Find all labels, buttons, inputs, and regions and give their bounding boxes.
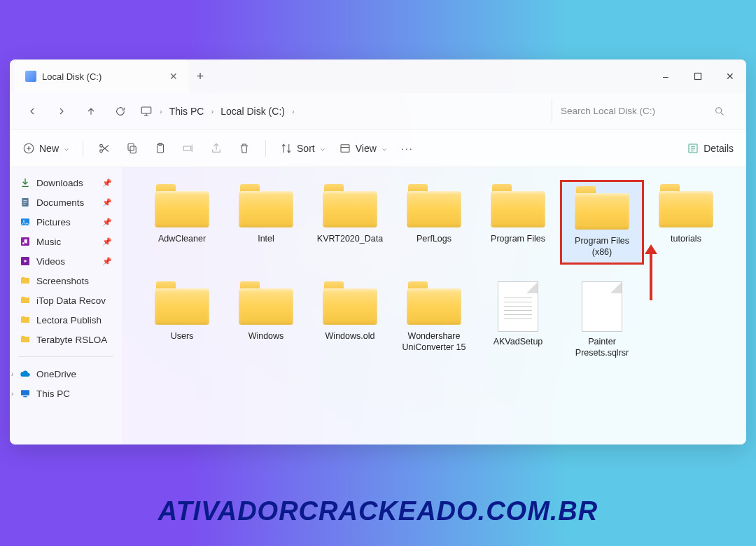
sidebar-item-terabyte-rsloa[interactable]: Terabyte RSLOA [13,330,119,349]
back-button[interactable] [22,102,42,121]
folder-wondershare-uniconverter-15[interactable]: Wondershare UniConverter 15 [392,277,476,363]
item-label: AKVadSetup [493,336,543,347]
sidebar-item-music[interactable]: Music📌 [13,232,119,251]
tab-close-icon[interactable]: ✕ [169,71,178,82]
folder-kvrt2020-data[interactable]: KVRT2020_Data [308,180,392,265]
sidebar-item-pictures[interactable]: Pictures📌 [13,212,119,232]
sidebar-item-downloads[interactable]: Downloads📌 [13,173,119,192]
tab-title: Local Disk (C:) [42,71,102,82]
sidebar-item-itop-data-recov[interactable]: iTop Data Recov [13,290,119,310]
item-label: Program Files (x86) [565,235,639,258]
rename-button[interactable] [181,142,195,155]
svg-point-2 [716,107,722,113]
maximize-button[interactable] [682,59,714,93]
svg-point-15 [23,220,24,222]
pin-icon: 📌 [102,218,112,227]
folder-program-files-x86-[interactable]: Program Files (x86) [560,180,644,265]
sidebar-tree-this-pc[interactable]: ›This PC [13,384,119,403]
titlebar: Local Disk (C:) ✕ + – ✕ [10,59,746,93]
new-tab-button[interactable]: + [189,69,211,84]
folder-icon [239,281,293,325]
close-button[interactable]: ✕ [714,59,746,93]
svg-rect-1 [141,107,151,113]
breadcrumb-local-disk[interactable]: Local Disk (C:) [220,106,285,117]
sidebar-label: Terabyte RSLOA [36,335,107,345]
up-button[interactable] [81,102,101,121]
sidebar-label: Music [36,237,61,247]
share-button[interactable] [209,142,223,155]
file-painter-presets-sqlrsr[interactable]: Painter Presets.sqlrsr [560,277,644,363]
folder-icon [407,184,461,227]
file-akvadsetup[interactable]: AKVadSetup [476,277,560,363]
item-label: Windows [248,330,284,342]
tab-local-disk[interactable]: Local Disk (C:) ✕ [14,59,189,93]
folder-icon [491,184,545,227]
sidebar-tree-onedrive[interactable]: ›OneDrive [13,364,119,384]
svg-rect-10 [183,146,191,150]
pic-icon [20,216,31,227]
paste-button[interactable] [153,142,167,155]
item-label: Windows.old [326,330,375,342]
folder-tutorials[interactable]: tutorials [644,180,728,265]
item-label: PerfLogs [416,233,451,244]
share-icon [210,142,223,155]
folder-perflogs[interactable]: PerfLogs [392,180,476,265]
sidebar-item-videos[interactable]: Videos📌 [13,251,119,271]
separator [83,140,83,157]
view-button[interactable]: View⌵ [339,142,386,155]
chevron-right-icon: › [211,107,214,115]
search-icon [714,106,725,117]
folder-intel[interactable]: Intel [224,180,308,265]
folder-icon [323,184,377,227]
sidebar-label: Pictures [36,217,71,227]
new-button[interactable]: New⌵ [22,142,69,155]
folder-adwcleaner[interactable]: AdwCleaner [140,180,224,265]
sort-button[interactable]: Sort⌵ [280,142,325,155]
copy-icon [126,142,139,155]
svg-point-4 [100,144,103,147]
more-button[interactable]: ··· [400,143,414,154]
minimize-button[interactable]: – [650,59,682,93]
folder-icon [20,275,31,286]
folder-icon [239,184,293,227]
svg-point-5 [100,149,103,152]
folder-windows-old[interactable]: Windows.old [308,277,392,363]
sidebar-label: This PC [36,388,70,399]
breadcrumb-this-pc[interactable]: This PC [169,106,204,117]
chevron-right-icon[interactable]: › [11,390,13,398]
svg-rect-0 [695,74,701,80]
item-label: AdwCleaner [158,233,206,244]
chevron-right-icon[interactable]: › [11,370,13,378]
refresh-button[interactable] [111,102,130,121]
folder-icon [155,184,209,227]
sidebar-item-screenshots[interactable]: Screenshots [13,271,119,290]
file-icon [498,281,538,332]
search-input[interactable]: Search Local Disk (C:) [552,100,734,122]
item-label: tutorials [671,233,701,244]
sort-icon [280,142,293,155]
folder-icon [20,334,31,345]
svg-rect-19 [23,396,27,397]
folder-windows[interactable]: Windows [224,277,308,363]
sidebar-item-documents[interactable]: Documents📌 [13,192,119,212]
sidebar-item-lectora-publish[interactable]: Lectora Publish [13,310,119,330]
folder-icon [20,295,31,306]
monitor-icon [140,105,153,118]
sidebar-label: OneDrive [36,369,76,379]
breadcrumb[interactable]: › This PC › Local Disk (C:) › [140,105,542,118]
svg-rect-11 [341,144,349,152]
copy-button[interactable] [125,142,139,155]
pin-icon: 📌 [102,257,112,266]
cut-button[interactable] [97,142,111,155]
details-button[interactable]: Details [687,142,734,155]
item-label: Program Files [491,233,545,244]
sidebar-label: Videos [36,256,65,267]
svg-rect-6 [130,146,136,153]
folder-users[interactable]: Users [140,277,224,363]
forward-button[interactable] [52,102,71,121]
folder-program-files[interactable]: Program Files [476,180,560,265]
delete-button[interactable] [237,142,251,155]
sidebar-label: Screenshots [36,276,89,286]
watermark-text: ATIVADORCRACKEADO.COM.BR [0,496,756,526]
toolbar: New⌵ Sort⌵ View⌵ ··· Details [10,130,746,167]
